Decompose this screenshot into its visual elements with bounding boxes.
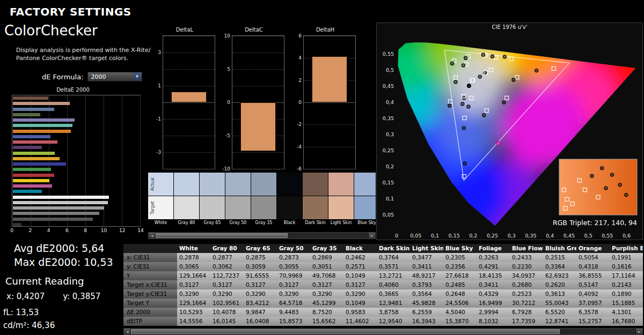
gridline <box>163 86 215 86</box>
deltae-bar-moderate-red <box>13 140 57 144</box>
y-tick-label: -2 <box>297 122 302 127</box>
table-cell: 62,6923 <box>543 271 576 280</box>
swatch-scrollbar[interactable]: ◄ ► <box>148 232 376 239</box>
swatch-scrollbar-thumb[interactable] <box>156 233 288 238</box>
actual-swatch <box>303 173 328 196</box>
table-cell: 14,5556 <box>177 317 210 326</box>
table-cell: 91,6555 <box>244 271 277 280</box>
table-cell: 15,2757 <box>576 317 610 326</box>
table-cell: 6,5520 <box>543 308 576 317</box>
gridline <box>232 169 284 169</box>
table-cell: 129,1664 <box>177 299 210 308</box>
table-cell: 0,3127 <box>310 280 343 289</box>
deltae-plot <box>12 95 141 227</box>
chevron-down-icon[interactable]: ▼ <box>133 72 142 81</box>
column-header: Blue Flower <box>510 244 543 253</box>
deltah-chart: DeltaH 6420-2-4-6 <box>292 27 358 172</box>
scroll-left-icon[interactable]: ◄ <box>149 233 156 239</box>
table-cell: 0,2875 <box>244 253 277 262</box>
cie-diagram: RGB Triplet: 217, 140, 94 00,050,10,150,… <box>377 31 642 240</box>
table-cell: 0,3051 <box>310 262 343 271</box>
table-cell: 83,4212 <box>244 299 277 308</box>
y-tick-label: 0,2 <box>386 163 394 169</box>
actual-swatch <box>225 173 251 196</box>
x-tick-label: 0,55 <box>602 233 613 239</box>
deltae-bar-black <box>13 223 21 226</box>
deltae-bar-gray-65 <box>13 206 104 210</box>
measured-marker-orange-yellow <box>491 55 494 58</box>
current-x: x: 0,4207 <box>6 292 45 301</box>
table-cell: 6,2559 <box>410 308 443 317</box>
y-tick-label: -3 <box>156 150 161 155</box>
deltae-bar-orange <box>13 130 71 133</box>
table-cell: 0,4060 <box>377 280 410 289</box>
description-line2: Pantone ColorChecker® target colors. <box>16 54 150 62</box>
table-cell: 16,3943 <box>410 317 443 326</box>
y-tick-label: 0,55 <box>383 51 394 57</box>
y-tick-label: 0,1 <box>386 196 394 202</box>
scroll-right-icon[interactable]: ► <box>368 233 375 239</box>
table-corner-cell <box>123 244 177 253</box>
table-cell: 45,9828 <box>410 299 443 308</box>
table-cell: 9,4483 <box>277 308 310 317</box>
table-cell: 0,3411 <box>477 280 510 289</box>
table-cell: 0,3065 <box>177 262 210 271</box>
deltae-bar-bluish-green <box>13 124 72 127</box>
table-cell: 0,2515 <box>543 253 576 262</box>
table-scrollbar[interactable]: ◄ ► <box>123 328 643 335</box>
x-tick-label: 0,6 <box>623 233 631 239</box>
actual-swatch <box>277 173 302 196</box>
measured-marker-yellow-green <box>464 56 467 59</box>
deltae-bar-red <box>13 174 54 177</box>
swatch-label: Light Skin <box>328 220 354 226</box>
y-tick-label: 0 <box>227 100 230 105</box>
table-cell: 17,7359 <box>510 317 543 326</box>
inset-measured-marker <box>604 187 608 190</box>
actual-swatch <box>354 173 376 196</box>
x-tick-label: 0,2 <box>469 233 477 239</box>
table-cell: 49,7068 <box>310 271 343 280</box>
de-formula-select[interactable]: 2000 ▼ <box>87 72 142 81</box>
table-cell: 0,3290 <box>177 289 210 299</box>
table-cell: 16,9499 <box>477 299 510 308</box>
actual-swatch <box>328 173 354 196</box>
table-cell: 12,8741 <box>543 317 576 326</box>
current-fl: fL: 13,53 <box>3 308 39 317</box>
scroll-right-icon[interactable]: ► <box>635 329 642 334</box>
row-label: x: CIE31 <box>123 253 177 262</box>
table-cell: 0,3364 <box>543 262 576 271</box>
table-cell: 0,3290 <box>310 289 343 299</box>
table-row: Target Y129,1664102,956183,421264,571845… <box>123 299 643 308</box>
gridline <box>232 69 284 70</box>
table-cell: 0,2620 <box>543 280 576 289</box>
table-scrollbar-track[interactable] <box>131 329 635 334</box>
table-scrollbar-thumb[interactable] <box>131 329 560 334</box>
table-row: y: CIE310,30650,30620,30590,30550,30510,… <box>123 262 643 271</box>
table-cell: 16,0408 <box>244 317 277 326</box>
scroll-left-icon[interactable]: ◄ <box>124 329 131 334</box>
table-cell: 0,3127 <box>210 280 244 289</box>
table-cell: 0,2305 <box>443 253 477 262</box>
table-row: Target x:CIE310,31270,31270,31270,31270,… <box>123 280 643 289</box>
target-swatch <box>328 196 354 219</box>
target-swatch <box>303 196 328 219</box>
row-label: y: CIE31 <box>123 262 177 271</box>
column-header: Gray 80 <box>210 244 244 253</box>
deltae-bar-blue <box>13 162 66 166</box>
page-title: ColorChecker <box>4 23 98 39</box>
table-cell: 0,3055 <box>277 262 310 271</box>
swatch-label: Dark Skin <box>303 220 328 226</box>
swatch-scrollbar-track[interactable] <box>156 233 368 239</box>
x-tick-label: 6 <box>65 228 69 233</box>
table-cell: 0,2356 <box>443 262 477 271</box>
table-cell: 0,4291 <box>477 262 510 271</box>
table-cell: 15,3870 <box>443 317 477 326</box>
current-y: y: 0,3857 <box>63 292 100 301</box>
table-cell: 0,3059 <box>244 262 277 271</box>
measured-marker-purple <box>482 114 486 117</box>
table-cell: 70,9969 <box>277 271 310 280</box>
table-cell: 4,5040 <box>443 308 477 317</box>
y-tick-label: -1 <box>156 116 161 122</box>
measured-marker-bluish-green <box>454 80 457 84</box>
deltah-bar <box>312 56 347 102</box>
